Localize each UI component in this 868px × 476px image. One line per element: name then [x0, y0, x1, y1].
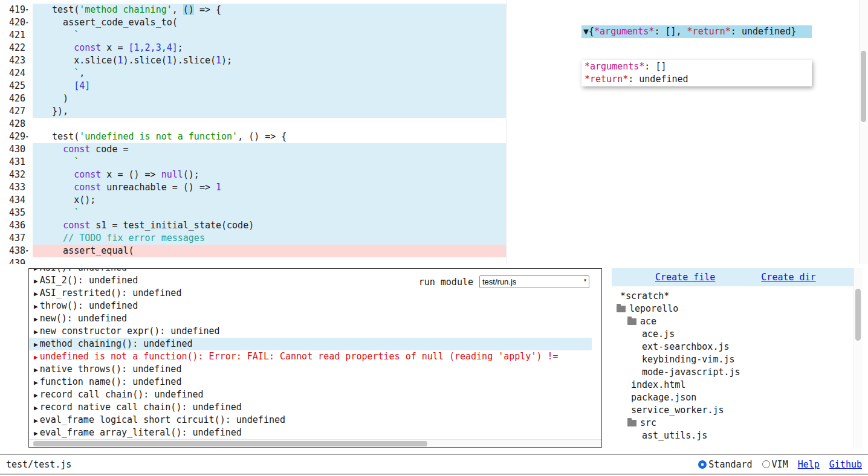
selected-expression[interactable]: () [183, 4, 194, 15]
console-entry[interactable]: ▶eval_frame logical short circuit(): und… [29, 414, 592, 426]
line-number: 427 [0, 105, 33, 118]
console-entry[interactable]: ▶ASI(): undefined [29, 268, 592, 274]
expand-icon[interactable]: ▶ [34, 315, 38, 323]
console-entry[interactable]: ▶new(): undefined [29, 312, 592, 325]
console-entry[interactable]: ▶record call chain(): undefined [29, 388, 592, 401]
expand-icon[interactable]: ▶ [34, 366, 38, 374]
code-line[interactable]: const unreachable = () => 1 [33, 181, 506, 194]
github-link[interactable]: Github [829, 459, 862, 470]
console-entry[interactable]: ▶record native call chain(): undefined [29, 401, 592, 414]
console-entry-text: native throws(): undefined [40, 364, 182, 375]
expand-icon[interactable]: ▶ [34, 429, 38, 437]
console-entry[interactable]: ▶undefined is not a function(): Error: F… [29, 350, 592, 363]
tree-item-src[interactable]: src [612, 417, 863, 429]
tree-item-index-html[interactable]: index.html [612, 379, 863, 391]
folder-icon [627, 318, 636, 325]
fold-icon[interactable]: ▾ [25, 4, 33, 16]
expand-icon[interactable]: ▶ [34, 417, 38, 425]
code-token: assert_code_evals_to( [41, 17, 178, 28]
editor-scrollbar[interactable] [859, 0, 868, 264]
tree-item-ast-utils-js[interactable]: ast_utils.js [612, 429, 863, 442]
help-link[interactable]: Help [798, 459, 820, 470]
expand-icon[interactable]: ▶ [34, 353, 38, 361]
expand-icon[interactable]: ▶ [34, 268, 38, 272]
code-line[interactable]: const code = [33, 143, 506, 156]
tree-item-ace-js[interactable]: ace.js [612, 328, 863, 341]
console-entry[interactable]: ▶throw(): undefined [29, 300, 592, 312]
fold-icon[interactable]: ▾ [25, 130, 33, 143]
console-entry[interactable]: ▶ASI_restrited(): undefined [29, 287, 592, 300]
console-hscrollbar-thumb[interactable] [33, 441, 427, 446]
collapse-icon[interactable]: ▼ [583, 26, 589, 37]
tree-item-label: src [640, 417, 656, 429]
create-file-button[interactable]: Create file [655, 272, 715, 283]
expand-icon[interactable]: ▶ [34, 277, 38, 285]
inspector-row[interactable]: *return*: undefined [585, 73, 809, 86]
code-line[interactable]: x.slice(1).slice(1).slice(1); [33, 54, 506, 67]
console-entry-text: record native call chain(): undefined [40, 402, 242, 413]
expand-icon[interactable]: ▶ [34, 290, 38, 298]
inspector-row[interactable]: *arguments*: [] [585, 60, 809, 73]
code-token: [4] [74, 80, 90, 91]
line-number: 439 [0, 257, 33, 264]
line-number: 438▾ [0, 245, 33, 257]
line-number: 430 [0, 143, 33, 156]
expand-icon[interactable]: ▶ [34, 391, 38, 399]
code-line[interactable]: ` [33, 156, 506, 169]
code-token: 1 [216, 182, 221, 193]
code-line[interactable]: [4] [33, 80, 506, 92]
code-token: , () => { [238, 131, 287, 142]
code-line[interactable]: ` [33, 29, 506, 42]
console-entry[interactable]: ▶native throws(): undefined [29, 363, 592, 376]
code-token: (); [183, 169, 199, 180]
code-line[interactable]: test('undefined is not a function', () =… [33, 130, 506, 143]
code-line[interactable]: // TODO fix error messages [33, 232, 506, 245]
code-line[interactable]: assert_code_evals_to( [33, 16, 506, 29]
code-token: 'undefined is not a function' [79, 131, 238, 142]
tree-item-ext-searchbox-js[interactable]: ext-searchbox.js [612, 341, 863, 353]
console-entry[interactable]: ▶eval_frame array_literal(): undefined [29, 426, 592, 439]
tree-item-mode-javascript-js[interactable]: mode-javascript.js [612, 366, 863, 379]
code-line[interactable]: x(); [33, 194, 506, 207]
tree-scrollbar[interactable] [853, 268, 863, 448]
fold-icon[interactable]: ▾ [25, 16, 33, 29]
console-hscrollbar[interactable] [29, 439, 601, 447]
code-line[interactable]: const s1 = test_initial_state(code) [33, 219, 506, 232]
radio-standard[interactable]: Standard [698, 459, 752, 470]
tree-item-service-worker-js[interactable]: service_worker.js [612, 404, 863, 417]
inspector-header[interactable]: ▼{*arguments*: [], *return*: undefined} [581, 25, 812, 38]
tree-item-leporello[interactable]: leporello [612, 303, 863, 315]
tree-item-package-json[interactable]: package.json [612, 391, 863, 404]
code-line[interactable]: ` [33, 207, 506, 219]
console-entry[interactable]: ▶method chaining(): undefined [29, 338, 592, 350]
code-line[interactable]: test('method chaining', () => { [33, 4, 506, 16]
code-line[interactable]: }), [33, 105, 506, 118]
code-line[interactable]: `, [33, 67, 506, 80]
code-line[interactable] [33, 118, 506, 130]
create-dir-button[interactable]: Create dir [761, 272, 815, 283]
expand-icon[interactable]: ▶ [34, 404, 38, 412]
tree-item-scratch[interactable]: *scratch* [612, 290, 863, 303]
code-line[interactable]: ) [33, 92, 506, 105]
tree-item-ace[interactable]: ace [612, 315, 863, 328]
expand-icon[interactable]: ▶ [34, 341, 38, 349]
run-module-select[interactable]: test/run.js [479, 275, 589, 288]
tree-item-keybinding-vim-js[interactable]: keybinding-vim.js [612, 353, 863, 366]
fold-icon[interactable]: ▾ [25, 245, 33, 257]
code-line[interactable]: const x = [1,2,3,4]; [33, 42, 506, 54]
expand-icon[interactable]: ▶ [34, 379, 38, 387]
editor-scrollbar-thumb[interactable] [861, 51, 866, 122]
radio-standard-dot [698, 460, 707, 469]
code-token [41, 144, 63, 155]
tree-scrollbar-thumb[interactable] [855, 289, 861, 341]
tree-item-label: ace.js [642, 328, 675, 341]
console-entry[interactable]: ▶new constructor expr(): undefined [29, 325, 592, 338]
radio-vim[interactable]: VIM [762, 459, 788, 470]
code-line[interactable]: assert_equal( [33, 245, 506, 257]
console-entry[interactable]: ▶function name(): undefined [29, 376, 592, 388]
editor-line: 434 x(); [0, 194, 868, 207]
expand-icon[interactable]: ▶ [34, 328, 38, 336]
code-line[interactable]: const x = () => null(); [33, 169, 506, 181]
expand-icon[interactable]: ▶ [34, 303, 38, 310]
code-line[interactable] [33, 257, 506, 264]
